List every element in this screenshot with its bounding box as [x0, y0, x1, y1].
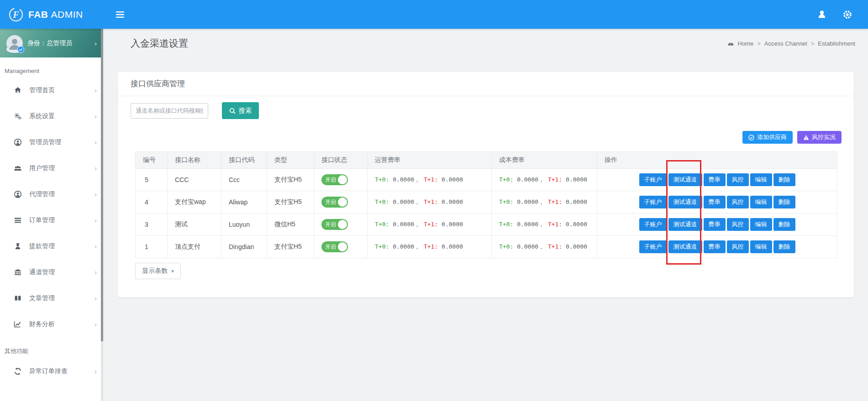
sidebar-item-orders[interactable]: 订单管理› [0, 207, 103, 233]
chevron-right-icon: › [95, 367, 97, 375]
cell-cost-rate: T+0: 0.0000， T+1: 0.0000 [492, 169, 597, 191]
sidebar-item-label: 用户管理 [29, 164, 95, 172]
breadcrumb-access-channel[interactable]: Access Channel [764, 40, 807, 47]
edit-action-button[interactable]: 编辑 [750, 218, 772, 231]
user-icon[interactable] [817, 10, 827, 20]
hamburger-menu-icon[interactable] [116, 11, 124, 18]
chevron-right-icon: › [95, 320, 97, 328]
cell-actions: 子账户测试通道费率风控编辑删除 [597, 191, 837, 214]
gear-icon[interactable] [842, 10, 852, 20]
breadcrumb: Home > Access Channel > Establishment [727, 40, 855, 47]
status-toggle[interactable]: 开启 [321, 241, 348, 252]
close-icon[interactable] [834, 80, 841, 87]
status-toggle[interactable]: 开启 [321, 219, 348, 230]
agent-icon [14, 190, 22, 198]
delete-action-button[interactable]: 删除 [773, 240, 795, 253]
delete-action-button[interactable]: 删除 [773, 196, 795, 208]
add-supplier-button[interactable]: 添加供应商 [742, 131, 793, 144]
main-content: 入金渠道设置 Home > Access Channel > Establish… [103, 29, 868, 401]
sidebar-item-users[interactable]: 用户管理› [0, 155, 103, 181]
channel-icon [14, 268, 22, 276]
risk-live-button[interactable]: 风控实况 [797, 131, 842, 144]
test-channel-action-button[interactable]: 测试通道 [668, 218, 702, 231]
risk-action-button[interactable]: 风控 [727, 173, 749, 186]
status-toggle[interactable]: 开启 [321, 174, 348, 185]
sidebar-item-home[interactable]: 管理首页› [0, 77, 103, 103]
brand-text: FABADMIN [28, 9, 83, 20]
sidebar-item-label: 管理首页 [29, 86, 95, 94]
dashboard-icon [727, 40, 734, 47]
sidebar-item-settings[interactable]: 系统设置› [0, 103, 103, 129]
rate-action-button[interactable]: 费率 [704, 173, 726, 186]
cell-id: 3 [136, 214, 168, 236]
page-size-dropdown[interactable]: 显示条数 ▾ [135, 263, 181, 279]
risk-action-button[interactable]: 风控 [727, 240, 749, 253]
row-action-group: 子账户测试通道费率风控编辑删除 [639, 240, 795, 253]
sidebar-scrollbar[interactable] [101, 29, 103, 401]
sidebar-item-agent[interactable]: 代理管理› [0, 181, 103, 207]
edit-action-button[interactable]: 编辑 [750, 240, 772, 253]
chevron-right-icon: › [95, 190, 97, 198]
cell-name: 测试 [168, 214, 221, 236]
risk-action-button[interactable]: 风控 [727, 218, 749, 231]
sidebar-profile[interactable]: 身份：总管理员 › [0, 29, 103, 57]
sidebar-item-refresh[interactable]: 异常订单排查› [0, 358, 103, 384]
edit-action-button[interactable]: 编辑 [750, 173, 772, 186]
chevron-right-icon: › [95, 86, 97, 94]
sidebar-item-channel[interactable]: 通道管理› [0, 259, 103, 285]
withdraw-icon [14, 242, 22, 250]
sidebar-item-finance[interactable]: 财务分析› [0, 311, 103, 337]
toggle-knob [338, 175, 347, 184]
rate-action-button[interactable]: 费率 [704, 196, 726, 208]
sidebar-item-article[interactable]: 文章管理› [0, 285, 103, 311]
test-channel-action-button[interactable]: 测试通道 [668, 240, 702, 253]
search-input[interactable] [131, 103, 208, 119]
collapse-icon[interactable] [819, 80, 826, 87]
cell-name: CCC [168, 169, 221, 191]
test-channel-action-button[interactable]: 测试通道 [668, 173, 702, 186]
status-toggle-label: 开启 [325, 243, 336, 251]
subaccount-action-button[interactable]: 子账户 [639, 173, 667, 186]
toggle-knob [338, 220, 347, 229]
cell-actions: 子账户测试通道费率风控编辑删除 [597, 214, 837, 236]
cell-type: 支付宝H5 [267, 169, 314, 191]
chevron-right-icon: › [95, 242, 97, 250]
rate-action-button[interactable]: 费率 [704, 240, 726, 253]
row-action-group: 子账户测试通道费率风控编辑删除 [639, 196, 795, 208]
col-header-cost-rate: 成本费率 [492, 152, 597, 169]
admin-icon [14, 138, 22, 146]
sidebar-item-admin[interactable]: 管理员管理› [0, 129, 103, 155]
table-header-row: 编号 接口名称 接口代码 类型 接口状态 运营费率 成本费率 操作 [136, 152, 837, 169]
edit-action-button[interactable]: 编辑 [750, 196, 772, 208]
subaccount-action-button[interactable]: 子账户 [639, 196, 667, 208]
cell-id: 1 [136, 236, 168, 258]
breadcrumb-home[interactable]: Home [738, 40, 754, 47]
sidebar-item-withdraw[interactable]: 提款管理› [0, 233, 103, 259]
cell-type: 支付宝H5 [267, 236, 314, 258]
status-toggle[interactable]: 开启 [321, 197, 348, 208]
check-circle-icon [748, 135, 754, 141]
test-channel-action-button[interactable]: 测试通道 [668, 196, 702, 208]
rate-value: T+0: 0.0000， T+1: 0.0000 [375, 243, 463, 250]
cell-name: 顶点支付 [168, 236, 221, 258]
sidebar-item-label: 订单管理 [29, 216, 95, 224]
svg-text:F: F [12, 10, 19, 20]
delete-action-button[interactable]: 删除 [773, 218, 795, 231]
risk-action-button[interactable]: 风控 [727, 196, 749, 208]
subaccount-action-button[interactable]: 子账户 [639, 240, 667, 253]
rate-action-button[interactable]: 费率 [704, 218, 726, 231]
col-header-code: 接口代码 [221, 152, 267, 169]
rate-value: T+0: 0.0000， T+1: 0.0000 [499, 198, 587, 205]
brand: F FABADMIN [0, 0, 103, 29]
subaccount-action-button[interactable]: 子账户 [639, 218, 667, 231]
cell-status: 开启 [314, 236, 368, 258]
rate-value: T+0: 0.0000， T+1: 0.0000 [499, 243, 587, 250]
search-button[interactable]: 搜索 [222, 102, 259, 119]
sidebar: 身份：总管理员 › Management管理首页›系统设置›管理员管理›用户管理… [0, 29, 103, 401]
cell-cost-rate: T+0: 0.0000， T+1: 0.0000 [492, 236, 597, 258]
expand-icon[interactable] [804, 80, 811, 87]
cell-status: 开启 [314, 169, 368, 191]
search-row: 搜索 [118, 96, 854, 119]
page-header: 入金渠道设置 Home > Access Channel > Establish… [103, 29, 868, 58]
delete-action-button[interactable]: 删除 [773, 173, 795, 186]
